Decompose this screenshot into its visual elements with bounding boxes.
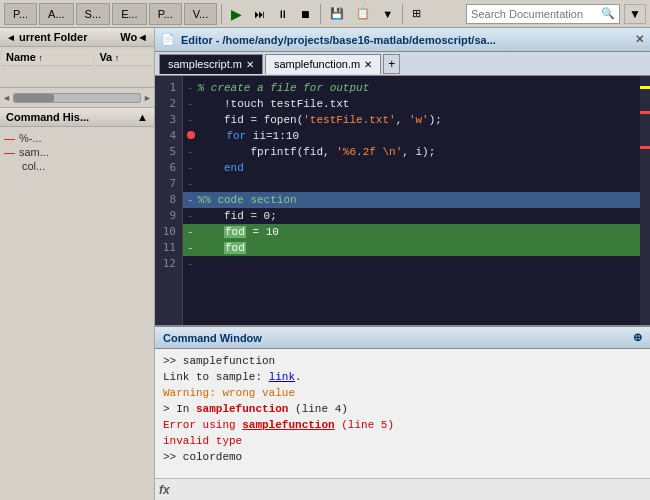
- code-editor[interactable]: 1 2 3 4 5 6 7 8 9 10 11 12 - % create a …: [155, 76, 650, 325]
- editor-header: 📄 Editor - /home/andy/projects/base16-ma…: [155, 28, 650, 52]
- line-num-6: 6: [161, 160, 176, 176]
- command-history-header[interactable]: Command His... ▲: [0, 108, 154, 127]
- toolbar-tab-home[interactable]: P...: [4, 3, 37, 25]
- col-value-header[interactable]: Va: [95, 49, 152, 66]
- no-bp-2: -: [187, 96, 194, 112]
- code-line-9: - fid = 0;: [183, 208, 640, 224]
- cmd-line-5: Error using samplefunction (line 5): [163, 417, 642, 433]
- toolbar-btn-3[interactable]: ⏸: [272, 3, 293, 25]
- tab-samplescript-close[interactable]: ✕: [246, 59, 254, 70]
- add-tab-button[interactable]: +: [383, 54, 400, 74]
- scroll-mark-2: [640, 111, 650, 114]
- folder-table: Name Va: [0, 47, 154, 68]
- line-num-8: 8: [161, 192, 176, 208]
- cmd-line-6: invalid type: [163, 433, 642, 449]
- tab-samplescript[interactable]: samplescript.m ✕: [159, 54, 263, 74]
- toolbar-tab-6[interactable]: V...: [184, 3, 218, 25]
- editor-close-button[interactable]: ✕: [635, 33, 644, 46]
- line-num-11: 11: [161, 240, 176, 256]
- current-folder-title: ◄ urrent Folder: [6, 31, 87, 43]
- code-text-9: fid = 0;: [198, 208, 277, 224]
- scroll-right-arrow[interactable]: ►: [143, 93, 152, 103]
- command-history-collapse-icon[interactable]: ▲: [137, 111, 148, 123]
- current-folder-header[interactable]: ◄ urrent Folder Wo◄: [0, 28, 154, 47]
- editor-scrollbar[interactable]: [640, 76, 650, 325]
- toolbar-tab-4[interactable]: E...: [112, 3, 147, 25]
- cmd-in-suffix: (line 4): [288, 403, 347, 415]
- workspace-scroll-track[interactable]: [13, 93, 141, 103]
- toolbar-btn-7[interactable]: ▼: [377, 3, 398, 25]
- line-num-12: 12: [161, 256, 176, 272]
- cmd-line-7: >> colordemo: [163, 449, 642, 465]
- cmd-fn-link-1[interactable]: samplefunction: [196, 403, 288, 415]
- toolbar-btn-5[interactable]: 💾: [325, 3, 349, 25]
- editor-tabs: samplescript.m ✕ samplefunction.m ✕ +: [155, 52, 650, 76]
- tab-samplefunction-close[interactable]: ✕: [364, 59, 372, 70]
- scroll-mark-3: [640, 146, 650, 149]
- list-item: — sam...: [4, 145, 150, 159]
- command-window-content[interactable]: >> samplefunction Link to sample: link. …: [155, 349, 650, 478]
- cmdh-text-3: col...: [22, 160, 45, 172]
- cmdh-text-1: %-...: [19, 132, 42, 144]
- right-panel: 📄 Editor - /home/andy/projects/base16-ma…: [155, 28, 650, 500]
- scroll-left-arrow[interactable]: ◄: [2, 93, 11, 103]
- code-line-8: - %% code section: [183, 192, 640, 208]
- toolbar-tab-2[interactable]: A...: [39, 3, 74, 25]
- code-line-6: - end: [183, 160, 640, 176]
- no-bp-10: -: [187, 224, 194, 240]
- code-line-12: -: [183, 256, 640, 272]
- list-item: — %-...: [4, 131, 150, 145]
- cmd-warning-text: Warning: wrong value: [163, 387, 295, 399]
- toolbar-btn-2[interactable]: ⏭: [249, 3, 270, 25]
- workspace-scrollbar[interactable]: ◄ ►: [0, 88, 154, 108]
- cmd-line-2: Link to sample: link.: [163, 369, 642, 385]
- line-num-7: 7: [161, 176, 176, 192]
- code-line-5: - fprintf(fid, '%6.2f \n', i);: [183, 144, 640, 160]
- toolbar-tab-5[interactable]: P...: [149, 3, 182, 25]
- tab-samplefunction[interactable]: samplefunction.m ✕: [265, 54, 381, 74]
- cmd-line-4: > In samplefunction (line 4): [163, 401, 642, 417]
- dash-icon: —: [4, 132, 15, 144]
- toolbar-tab-3[interactable]: S...: [76, 3, 111, 25]
- line-num-3: 3: [161, 112, 176, 128]
- col-name-header[interactable]: Name: [2, 49, 93, 66]
- no-bp-6: -: [187, 160, 194, 176]
- cmd-error-prefix: Error using: [163, 419, 242, 431]
- toolbar-btn-6[interactable]: 📋: [351, 3, 375, 25]
- scroll-mark-1: [640, 86, 650, 89]
- code-content[interactable]: - % create a file for output - !touch te…: [183, 76, 640, 325]
- workspace-scroll-thumb[interactable]: [14, 94, 54, 102]
- command-input[interactable]: [174, 484, 646, 496]
- main-layout: ◄ urrent Folder Wo◄ Name Va ◄: [0, 28, 650, 500]
- workspace-label: Wo◄: [120, 31, 148, 43]
- left-panel: ◄ urrent Folder Wo◄ Name Va ◄: [0, 28, 155, 500]
- search-input[interactable]: [471, 8, 601, 20]
- command-window-header: Command Window ⊕: [155, 327, 650, 349]
- cmd-link[interactable]: link: [269, 371, 295, 383]
- code-text-2: !touch testFile.txt: [198, 96, 350, 112]
- command-window-expand-icon[interactable]: ⊕: [633, 331, 642, 344]
- cmd-fn-link-2[interactable]: samplefunction: [242, 419, 334, 431]
- breakpoint-icon-4: [187, 128, 198, 144]
- code-text-8: %% code section: [198, 192, 297, 208]
- toolbar-separator: [221, 4, 222, 24]
- command-history-panel: Command His... ▲ — %-... — sam... col...: [0, 108, 154, 500]
- cmd-prompt-1: >> samplefunction: [163, 355, 275, 367]
- code-line-7: -: [183, 176, 640, 192]
- line-num-5: 5: [161, 144, 176, 160]
- command-window: Command Window ⊕ >> samplefunction Link …: [155, 325, 650, 500]
- code-text-11: fod: [198, 240, 246, 256]
- code-line-10: - fod = 10: [183, 224, 640, 240]
- toolbar-btn-8[interactable]: ⊞: [407, 3, 426, 25]
- run-button[interactable]: ▶: [226, 3, 247, 25]
- no-bp-8: -: [187, 192, 194, 208]
- dash-icon: —: [4, 146, 15, 158]
- fx-label: fx: [159, 483, 170, 497]
- code-text-1: % create a file for output: [198, 80, 370, 96]
- cmd-line-3: Warning: wrong value: [163, 385, 642, 401]
- no-bp-3: -: [187, 112, 194, 128]
- search-icon[interactable]: 🔍: [601, 7, 615, 20]
- toolbar-btn-4[interactable]: ⏹: [295, 3, 316, 25]
- tab-samplefunction-label: samplefunction.m: [274, 58, 360, 70]
- filter-button[interactable]: ▼: [624, 4, 646, 24]
